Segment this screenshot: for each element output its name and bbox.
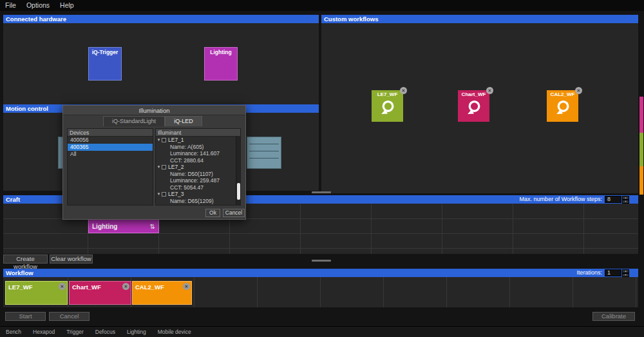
splitter-handle[interactable] <box>312 191 331 193</box>
scrollbar-thumb[interactable] <box>237 183 240 200</box>
craft-item-lighting[interactable]: Lighting ⇅ <box>88 219 159 233</box>
illuminant-tree-header: Illuminant <box>156 129 240 137</box>
spin-down-icon[interactable]: ▼ <box>622 200 629 204</box>
clear-workflow-button[interactable]: Clear workflow <box>50 255 93 264</box>
workflow-header: Workflow Iterations: 1 ▲ ▼ <box>3 269 638 277</box>
checkbox[interactable] <box>162 138 166 142</box>
craft-item-label: Lighting <box>92 223 117 230</box>
devices-list: Devices 400056 400365 All <box>67 128 153 206</box>
workflow-track[interactable]: LE7_WF ✕ Chart_WF ✕ CAL2_WF ✕ <box>3 277 638 307</box>
custom-workflows-header: Custom workflows <box>321 15 638 23</box>
menu-bar: File Options Help <box>0 0 644 11</box>
close-icon[interactable]: ✕ <box>575 87 582 94</box>
start-button[interactable]: Start <box>5 312 46 321</box>
tab-trigger[interactable]: Trigger <box>61 327 90 337</box>
reorder-icon[interactable]: ⇅ <box>150 223 155 230</box>
cancel-button[interactable]: Cancel <box>49 312 90 321</box>
workflow-step-label: LE7_WF <box>8 284 32 291</box>
spin-down-icon[interactable]: ▼ <box>622 273 629 277</box>
max-steps-value[interactable]: 8 <box>605 196 621 203</box>
device-list-item[interactable]: 400056 <box>68 137 153 144</box>
tree-item[interactable]: ▾ LE7_1 <box>156 137 240 144</box>
calibrate-button[interactable]: Calibrate <box>592 312 635 321</box>
tab-lighting[interactable]: Lighting <box>121 327 152 337</box>
tree-item-label: LE7_2 <box>168 164 184 170</box>
device-lighting[interactable]: Lighting <box>204 47 238 81</box>
tree-detail: Name: D65(1209) <box>156 198 240 205</box>
tab-iq-led[interactable]: iQ-LED <box>165 116 202 126</box>
max-steps-spinner[interactable]: 8 ▲ ▼ <box>605 196 629 203</box>
tab-iq-standardlight[interactable]: iQ-StandardLight <box>103 116 165 126</box>
device-label: Lighting <box>205 48 237 55</box>
workflow-color-strip-orange <box>639 166 643 195</box>
splitter-handle[interactable] <box>312 260 331 262</box>
tree-detail: Luminance: 259.487 <box>156 177 240 184</box>
fragment-line <box>249 158 279 159</box>
workflow-color-strip-pink <box>639 97 643 133</box>
iterations-spinner[interactable]: 1 ▲ ▼ <box>605 269 629 276</box>
chevron-down-icon[interactable]: ▾ <box>156 164 162 169</box>
workflow-step-chart[interactable]: Chart_WF ✕ <box>69 281 131 305</box>
fragment-line <box>249 151 279 151</box>
iterations-label: Iterations: <box>576 269 602 277</box>
tab-hexapod[interactable]: Hexapod <box>27 327 61 337</box>
workflow-logo-icon <box>554 99 571 115</box>
tree-item[interactable]: ▾ LE7_3 <box>156 191 240 198</box>
menu-help[interactable]: Help <box>55 0 79 11</box>
close-icon[interactable]: ✕ <box>183 283 190 290</box>
tab-defocus[interactable]: Defocus <box>90 327 121 337</box>
panel-title: Connected hardware <box>6 15 66 23</box>
tree-item-label: LE7_3 <box>168 191 184 197</box>
panel-title: Custom workflows <box>324 15 378 23</box>
checkbox[interactable] <box>162 192 166 197</box>
device-list-item-selected[interactable]: 400365 <box>68 144 153 151</box>
checkbox[interactable] <box>162 165 166 169</box>
workflow-step-label: Chart_WF <box>72 284 101 291</box>
close-icon[interactable]: ✕ <box>486 87 493 94</box>
panel-title: Craft <box>6 195 20 204</box>
ok-button[interactable]: Ok <box>205 209 220 217</box>
dialog-cancel-button[interactable]: Cancel <box>223 209 245 217</box>
motion-device-fragment[interactable] <box>247 137 281 169</box>
chevron-down-icon[interactable]: ▾ <box>156 137 162 142</box>
tree-item-label: LE7_1 <box>168 137 184 143</box>
tab-mobile-device[interactable]: Mobile device <box>152 327 197 337</box>
fragment-line <box>249 144 279 144</box>
tree-item[interactable]: ▾ LE7_2 <box>156 164 240 171</box>
illumination-dialog: Illumination iQ-StandardLight iQ-LED Dev… <box>62 105 246 220</box>
connected-hardware-header: Connected hardware <box>3 15 319 23</box>
tree-detail: Name: D50(1107) <box>156 171 240 178</box>
bottom-tab-bar: Bench Hexapod Trigger Defocus Lighting M… <box>0 326 644 337</box>
chevron-down-icon[interactable]: ▾ <box>156 191 162 197</box>
workflow-node-cal2[interactable]: CAL2_WF ✕ <box>547 90 578 122</box>
workflow-node-label: CAL2_WF <box>547 90 578 97</box>
dialog-title: Illumination <box>63 106 245 115</box>
workflow-logo-icon <box>466 99 482 115</box>
connected-hardware-panel: Connected hardware iQ-Trigger Lighting <box>3 15 319 104</box>
tree-detail: Name: A(605) <box>156 144 240 151</box>
devices-list-header: Devices <box>68 129 153 137</box>
menu-options[interactable]: Options <box>21 0 55 11</box>
create-workflow-button[interactable]: Create workflow <box>3 255 48 264</box>
close-icon[interactable]: ✕ <box>122 283 129 290</box>
workflow-node-label: LE7_WF <box>372 90 403 97</box>
tab-bench[interactable]: Bench <box>0 327 27 337</box>
scrollbar-track[interactable] <box>236 137 240 205</box>
device-label: iQ-Trigger <box>89 48 121 55</box>
close-icon[interactable]: ✕ <box>59 283 66 290</box>
tree-detail: CCT: 2880.64 <box>156 157 240 164</box>
workflow-step-cal2[interactable]: CAL2_WF ✕ <box>132 281 192 305</box>
panel-title: Workflow <box>6 269 33 277</box>
close-icon[interactable]: ✕ <box>400 87 407 94</box>
iterations-value[interactable]: 1 <box>605 269 621 276</box>
workflow-node-label: Chart_WF <box>458 90 489 97</box>
illuminant-tree: Illuminant ▾ LE7_1 Name: A(605) Luminanc… <box>155 128 241 206</box>
workflow-node-chart[interactable]: Chart_WF ✕ <box>458 90 489 122</box>
menu-file[interactable]: File <box>0 0 21 11</box>
device-iq-trigger[interactable]: iQ-Trigger <box>88 47 122 81</box>
workflow-node-le7[interactable]: LE7_WF ✕ <box>372 90 403 122</box>
device-list-item[interactable]: All <box>68 151 153 158</box>
workflow-color-strip-green <box>639 133 643 166</box>
workflow-step-le7[interactable]: LE7_WF ✕ <box>5 281 68 305</box>
panel-title: Motion control <box>6 104 48 113</box>
